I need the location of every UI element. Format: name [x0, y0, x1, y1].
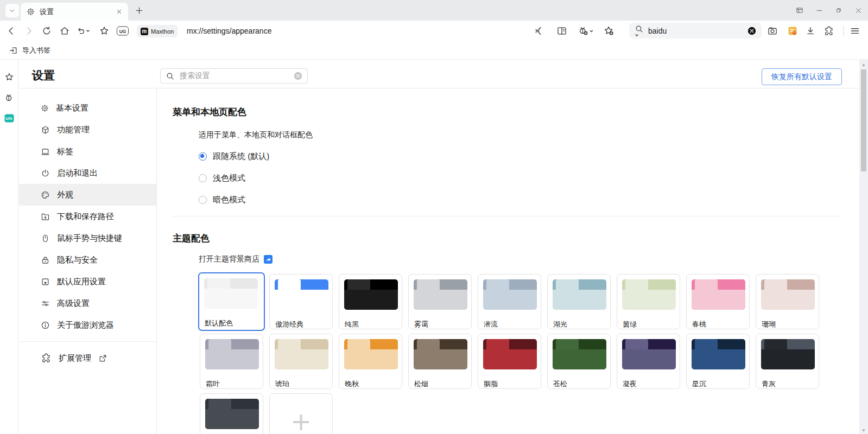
content-header: 设置 搜索设置 恢复所有默认设置 [19, 60, 859, 88]
sidebar-item-5[interactable]: 下载和保存路径 [19, 206, 156, 227]
radio-unselected-icon[interactable] [199, 174, 207, 182]
address-url[interactable]: mx://settings/appearance [187, 27, 271, 35]
tab-bar: 设置 [0, 0, 868, 21]
extensions-icon[interactable] [823, 25, 834, 36]
tab-list-chevron-button[interactable] [5, 4, 19, 17]
theme-card-晚秋[interactable]: 晚秋 [339, 334, 402, 389]
close-icon[interactable] [848, 0, 868, 21]
note-icon[interactable] [787, 25, 798, 36]
reload-icon[interactable] [42, 26, 52, 36]
theme-card-青灰[interactable]: 青灰 [756, 334, 819, 389]
sidebar-item-8[interactable]: 默认应用设置 [19, 271, 156, 292]
theme-card-珊瑚[interactable]: 珊瑚 [756, 274, 819, 329]
theme-card-春桃[interactable]: 春桃 [686, 274, 750, 329]
app-window-icon [41, 277, 50, 286]
sidebar-item-10[interactable]: 关于傲游浏览器 [19, 314, 156, 336]
sidebar-item-6[interactable]: 鼠标手势与快捷键 [19, 227, 156, 249]
theme-card-茵绿[interactable]: 茵绿 [617, 274, 680, 329]
home-icon[interactable] [60, 26, 70, 36]
search-icon [166, 72, 175, 81]
sidebar-item-3[interactable]: 启动和退出 [19, 162, 156, 184]
sidebar-separator [19, 341, 156, 342]
theme-card-胭脂[interactable]: 胭脂 [478, 334, 541, 389]
theme-card-傲游经典[interactable]: 傲游经典 [269, 274, 333, 329]
back-icon[interactable] [7, 26, 17, 36]
sidebar-item-9[interactable]: 高级设置 [19, 292, 156, 314]
theme-card-湖光[interactable]: 湖光 [547, 274, 611, 329]
navigation-toolbar: UG m Maxthon mx://settings/appearance ba… [0, 21, 868, 41]
radio-unselected-icon[interactable] [199, 196, 207, 204]
scroll-up-icon[interactable]: ▲ [859, 61, 868, 68]
settings-search-placeholder: 搜索设置 [180, 71, 294, 81]
theme-card-凝夜[interactable]: 凝夜 [617, 334, 680, 389]
theme-card-琥珀[interactable]: 琥珀 [269, 334, 333, 389]
radio-option-2[interactable]: 暗色模式 [199, 195, 245, 205]
download-icon[interactable] [806, 26, 816, 36]
clear-search-icon[interactable] [747, 27, 756, 35]
sidebar-item-2[interactable]: 标签 [19, 141, 156, 162]
page-title: 设置 [32, 68, 55, 83]
favorites-star-icon[interactable] [4, 72, 14, 82]
read-aloud-icon[interactable] [534, 25, 544, 36]
theme-card-松烟[interactable]: 松烟 [408, 334, 472, 389]
sidebar-item-extensions[interactable]: 扩展管理 [19, 347, 156, 369]
search-query[interactable]: baidu [648, 27, 747, 35]
theme-card-苍松[interactable]: 苍松 [547, 334, 611, 389]
brand-label: Maxthon [151, 28, 174, 35]
info-icon [41, 321, 50, 330]
section-divider [173, 216, 841, 216]
active-tab[interactable]: 设置 [21, 3, 128, 21]
add-theme-card[interactable]: + [269, 393, 333, 434]
scrollbar[interactable]: ▲ ▼ [859, 60, 868, 434]
palette-icon [41, 190, 50, 200]
theme-card-默认配色[interactable]: 默认配色 [198, 272, 265, 331]
import-bookmarks-button[interactable]: 导入书签 [5, 43, 54, 58]
undo-icon[interactable] [76, 26, 90, 36]
radio-option-0[interactable]: 跟随系统 (默认) [199, 151, 269, 162]
theme-store-link[interactable]: 打开主题背景商店 [199, 254, 273, 264]
restore-icon[interactable] [829, 0, 848, 21]
external-link-icon [98, 354, 107, 363]
sidebar-item-1[interactable]: 功能管理 [19, 119, 156, 141]
sidebar-item-4[interactable]: 外观 [19, 184, 156, 206]
bug-icon[interactable] [4, 92, 15, 103]
new-tab-button[interactable] [133, 4, 145, 17]
minimize-icon[interactable] [809, 0, 829, 21]
side-rail: UG [0, 60, 18, 434]
download-folder-icon [41, 212, 50, 221]
gear-icon [41, 104, 49, 112]
scrollbar-thumb[interactable] [861, 69, 866, 171]
menu-icon[interactable] [850, 25, 860, 36]
theme-card-星沉[interactable]: 星沉 [686, 334, 750, 389]
scroll-down-icon[interactable]: ▼ [859, 427, 868, 433]
radio-selected-icon[interactable] [199, 152, 207, 161]
theme-card-纯黑[interactable]: 纯黑 [339, 274, 402, 329]
theme-card-潜流[interactable]: 潜流 [478, 274, 541, 329]
tab-close-icon[interactable] [116, 9, 122, 15]
reset-defaults-button[interactable]: 恢复所有默认设置 [762, 68, 842, 85]
theme-card-row2-0[interactable] [200, 393, 263, 434]
bug-add-icon[interactable] [578, 25, 594, 37]
toolbar-search-box[interactable]: baidu [629, 23, 762, 39]
forward-icon[interactable] [24, 26, 34, 36]
settings-search-input[interactable]: 搜索设置 [160, 68, 308, 84]
ug-avatar-badge[interactable]: UG [4, 114, 14, 123]
star-icon[interactable] [99, 25, 110, 36]
gear-favicon-icon [27, 8, 35, 16]
tab-window-icon [41, 147, 50, 156]
import-bookmarks-label: 导入书签 [22, 46, 50, 55]
plus-icon: + [270, 409, 332, 434]
sliders-icon [41, 299, 50, 308]
sidebar-item-7[interactable]: 隐私与安全 [19, 249, 156, 271]
ug-badge-icon[interactable]: UG [117, 27, 129, 36]
screenshot-icon[interactable] [768, 26, 778, 36]
theme-card-霜叶[interactable]: 霜叶 [200, 334, 263, 389]
layout-icon[interactable] [790, 0, 809, 21]
radio-option-1[interactable]: 浅色模式 [199, 173, 245, 183]
star-add-icon[interactable] [604, 25, 615, 37]
site-identity-pill[interactable]: m Maxthon [137, 25, 178, 37]
split-view-icon[interactable] [556, 25, 567, 36]
sidebar-item-0[interactable]: 基本设置 [19, 97, 156, 119]
clear-icon[interactable] [294, 72, 302, 80]
theme-card-雾霭[interactable]: 雾霭 [408, 274, 472, 329]
